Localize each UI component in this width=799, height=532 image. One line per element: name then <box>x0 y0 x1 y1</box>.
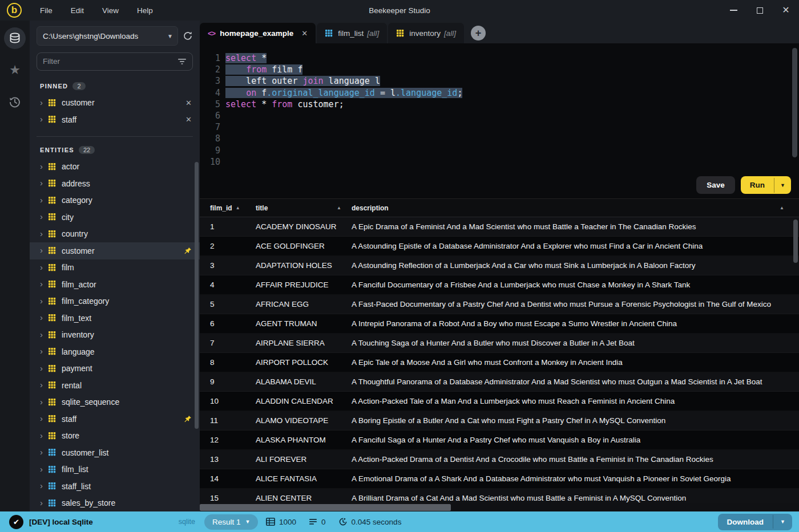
cell-title[interactable]: ALIEN CENTER <box>245 494 341 502</box>
cell-film-id[interactable]: 15 <box>200 494 245 502</box>
cell-title[interactable]: ALICE FANTASIA <box>245 474 341 483</box>
cell-film-id[interactable]: 6 <box>200 319 245 328</box>
pinned-section-header[interactable]: PINNED 2 <box>30 73 200 95</box>
cell-title[interactable]: ACE GOLDFINGER <box>245 242 341 250</box>
database-selector[interactable]: C:\Users\ghstng\Downloads ▼ <box>37 26 178 46</box>
table-row[interactable]: 12ALASKA PHANTOMA Fanciful Saga of a Hun… <box>200 431 799 450</box>
column-header-title[interactable]: title ▲ <box>245 204 341 212</box>
sort-icon[interactable]: ▲ <box>780 205 784 210</box>
chevron-right-icon[interactable]: › <box>40 297 43 305</box>
result-selector[interactable]: Result 1 ▼ <box>204 514 258 530</box>
refresh-button[interactable] <box>183 31 193 41</box>
entities-item-film_category[interactable]: ›film_category <box>30 293 200 310</box>
table-row[interactable]: 14ALICE FANTASIAA Emotional Drama of a A… <box>200 469 799 489</box>
table-row[interactable]: 10ALADDIN CALENDARA Action-Packed Tale o… <box>200 392 799 411</box>
grid-vertical-scrollbar[interactable] <box>793 220 798 263</box>
new-tab-button[interactable]: + <box>471 26 486 40</box>
entities-item-customer[interactable]: ›customer <box>30 242 200 259</box>
cell-film-id[interactable]: 7 <box>200 339 245 347</box>
tables-panel-button[interactable] <box>4 27 26 49</box>
entities-item-rental[interactable]: ›rental <box>30 377 200 394</box>
cell-title[interactable]: AFRICAN EGG <box>245 300 341 308</box>
history-panel-button[interactable] <box>4 91 26 113</box>
table-row[interactable]: 7AIRPLANE SIERRAA Touching Saga of a Hun… <box>200 334 799 353</box>
filter-icon[interactable] <box>177 58 187 66</box>
entities-item-sqlite_sequence[interactable]: ›sqlite_sequence <box>30 394 200 411</box>
table-row[interactable]: 5AFRICAN EGGA Fast-Paced Documentary of … <box>200 295 799 314</box>
chevron-right-icon[interactable]: › <box>40 380 43 389</box>
entities-item-customer_list[interactable]: ›customer_list <box>30 444 200 461</box>
cell-description[interactable]: A Touching Saga of a Hunter And a Butler… <box>341 339 799 347</box>
chevron-right-icon[interactable]: › <box>40 364 43 372</box>
cell-description[interactable]: A Intrepid Panorama of a Robot And a Boy… <box>341 319 799 328</box>
sort-asc-icon[interactable]: ▲ <box>236 205 240 210</box>
table-row[interactable]: 9ALABAMA DEVILA Thoughtful Panorama of a… <box>200 372 799 392</box>
cell-title[interactable]: AIRPLANE SIERRA <box>245 339 341 347</box>
pin-icon[interactable] <box>184 415 192 423</box>
sort-icon[interactable]: ▲ <box>337 205 341 210</box>
cell-film-id[interactable]: 3 <box>200 261 245 270</box>
cell-title[interactable]: AGENT TRUMAN <box>245 319 341 328</box>
table-row[interactable]: 11ALAMO VIDEOTAPEA Boring Epistle of a B… <box>200 411 799 431</box>
cell-description[interactable]: A Fanciful Documentary of a Frisbee And … <box>341 281 799 289</box>
entities-item-payment[interactable]: ›payment <box>30 360 200 377</box>
run-button[interactable]: Run▼ <box>741 176 791 194</box>
editor-scrollbar[interactable] <box>792 48 797 157</box>
chevron-right-icon[interactable]: › <box>40 397 43 406</box>
column-header-partial[interactable]: release_year <box>789 204 799 212</box>
entities-item-store[interactable]: ›store <box>30 428 200 445</box>
entities-item-city[interactable]: ›city <box>30 209 200 226</box>
cell-description[interactable]: A Action-Packed Drama of a Dentist And a… <box>341 455 799 464</box>
cell-description[interactable]: A Astounding Reflection of a Lumberjack … <box>341 261 799 270</box>
chevron-right-icon[interactable]: › <box>40 229 43 238</box>
cell-title[interactable]: AFFAIR PREJUDICE <box>245 281 341 289</box>
cell-title[interactable]: ACADEMY DINOSAUR <box>245 222 341 231</box>
cell-film-id[interactable]: 4 <box>200 281 245 289</box>
tab-homepage_example[interactable]: <>homepage_example✕ <box>200 23 316 43</box>
menu-help[interactable]: Help <box>129 3 161 18</box>
cell-title[interactable]: ALI FOREVER <box>245 455 341 464</box>
minimize-button[interactable] <box>720 0 746 21</box>
cell-description[interactable]: A Brilliant Drama of a Cat And a Mad Sci… <box>341 494 799 502</box>
table-row[interactable]: 6AGENT TRUMANA Intrepid Panorama of a Ro… <box>200 314 799 334</box>
chevron-right-icon[interactable]: › <box>40 246 43 254</box>
menu-file[interactable]: File <box>32 3 60 18</box>
cell-title[interactable]: ALABAMA DEVIL <box>245 377 341 386</box>
entities-item-film_text[interactable]: ›film_text <box>30 310 200 327</box>
cell-description[interactable]: A Emotional Drama of a A Shark And a Dat… <box>341 474 799 483</box>
cell-film-id[interactable]: 12 <box>200 436 245 444</box>
cell-description[interactable]: A Boring Epistle of a Butler And a Cat w… <box>341 416 799 425</box>
cell-description[interactable]: A Fast-Paced Documentary of a Pastry Che… <box>341 300 799 308</box>
cell-description[interactable]: A Epic Tale of a Moose And a Girl who mu… <box>341 358 799 367</box>
download-dropdown-caret[interactable]: ▼ <box>773 515 792 529</box>
table-row[interactable]: 1ACADEMY DINOSAURA Epic Drama of a Femin… <box>200 217 799 237</box>
table-row[interactable]: 13ALI FOREVERA Action-Packed Drama of a … <box>200 450 799 469</box>
sidebar-scrollbar[interactable] <box>195 162 199 429</box>
unpin-close-icon[interactable]: ✕ <box>185 115 192 124</box>
tab-film_list[interactable]: film_list[all] <box>317 23 387 43</box>
chevron-right-icon[interactable]: › <box>40 330 43 339</box>
chevron-right-icon[interactable]: › <box>40 414 43 423</box>
table-row[interactable]: 8AIRPORT POLLOCKA Epic Tale of a Moose A… <box>200 353 799 372</box>
cell-title[interactable]: ALASKA PHANTOM <box>245 436 341 444</box>
entities-item-staff_list[interactable]: ›staff_list <box>30 478 200 495</box>
chevron-right-icon[interactable]: › <box>40 98 43 107</box>
cell-description[interactable]: A Epic Drama of a Feminist And a Mad Sci… <box>341 222 799 231</box>
entities-item-country[interactable]: ›country <box>30 226 200 243</box>
chevron-right-icon[interactable]: › <box>40 178 43 187</box>
entities-item-film[interactable]: ›film <box>30 259 200 277</box>
chevron-right-icon[interactable]: › <box>40 498 43 507</box>
pinned-item-staff[interactable]: ›staff✕ <box>30 111 200 128</box>
entities-item-address[interactable]: ›address <box>30 175 200 192</box>
cell-film-id[interactable]: 8 <box>200 358 245 367</box>
entities-item-actor[interactable]: ›actor <box>30 159 200 176</box>
entities-item-category[interactable]: ›category <box>30 192 200 209</box>
cell-description[interactable]: A Thoughtful Panorama of a Database Admi… <box>341 377 799 386</box>
table-row[interactable]: 3ADAPTATION HOLESA Astounding Reflection… <box>200 256 799 275</box>
chevron-right-icon[interactable]: › <box>40 481 43 490</box>
chevron-right-icon[interactable]: › <box>40 115 43 123</box>
cell-description[interactable]: A Action-Packed Tale of a Man And a Lumb… <box>341 397 799 405</box>
cell-film-id[interactable]: 5 <box>200 300 245 308</box>
maximize-button[interactable] <box>746 0 773 21</box>
favorites-panel-button[interactable]: ★ <box>4 59 26 81</box>
